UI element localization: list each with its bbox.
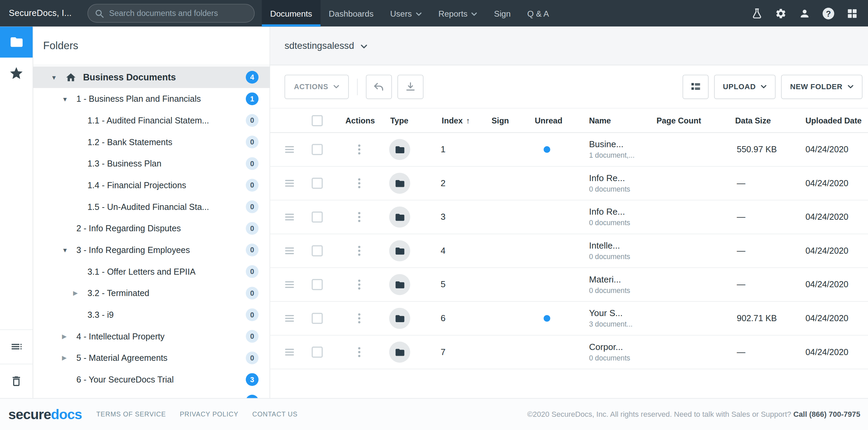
item-name-cell[interactable]: Materi...0 documents xyxy=(589,275,630,295)
caret-right-icon[interactable] xyxy=(62,333,76,340)
rail-index-button[interactable] xyxy=(0,329,33,364)
drag-handle[interactable] xyxy=(285,248,294,254)
col-page-count[interactable]: Page Count xyxy=(656,116,701,125)
col-actions[interactable]: Actions xyxy=(346,116,375,125)
row-checkbox[interactable] xyxy=(312,245,323,256)
footer-link-privacy-policy[interactable]: PRIVACY POLICY xyxy=(180,410,238,418)
gear-icon[interactable] xyxy=(775,7,787,19)
drag-handle[interactable] xyxy=(285,146,294,153)
folder-tree-item[interactable]: 1.2 - Bank Statements0 xyxy=(33,131,270,153)
tab-users[interactable]: Users xyxy=(382,0,430,26)
folder-type-icon xyxy=(389,139,410,160)
breadcrumb[interactable]: sdtestingsalessd xyxy=(284,40,354,51)
footer-link-terms-of-service[interactable]: TERMS OF SERVICE xyxy=(96,410,166,418)
drag-handle[interactable] xyxy=(285,180,294,187)
apps-grid-icon[interactable] xyxy=(846,7,858,19)
col-name[interactable]: Name xyxy=(589,116,611,125)
row-checkbox[interactable] xyxy=(312,313,323,324)
folder-label: 2 - Info Regarding Disputes xyxy=(76,223,181,233)
row-actions-menu[interactable] xyxy=(358,246,360,256)
drag-handle[interactable] xyxy=(285,349,294,356)
item-name[interactable]: Info Re... xyxy=(589,207,630,217)
new-folder-button[interactable]: NEW FOLDER xyxy=(781,75,863,99)
item-name-cell[interactable]: Corpor...0 documents xyxy=(589,342,630,362)
uploaded-date: 04/24/2020 xyxy=(806,212,849,222)
lab-flask-icon[interactable] xyxy=(751,7,763,19)
tab-q-a[interactable]: Q & A xyxy=(519,0,557,26)
item-name-cell[interactable]: Busine...1 document,... xyxy=(589,139,635,159)
caret-right-icon[interactable] xyxy=(73,290,87,297)
tab-documents[interactable]: Documents xyxy=(262,0,320,26)
drag-handle[interactable] xyxy=(285,214,294,220)
item-name[interactable]: Busine... xyxy=(589,139,635,149)
item-name-cell[interactable]: Intelle...0 documents xyxy=(589,241,630,261)
folder-tree-item[interactable]: 3.1 - Offer Letters and EPIIA0 xyxy=(33,261,270,282)
tab-sign[interactable]: Sign xyxy=(486,0,519,26)
caret-down-icon[interactable] xyxy=(62,247,76,253)
caret-down-icon[interactable] xyxy=(62,96,76,102)
folder-tree-item[interactable]: 3.3 - i90 xyxy=(33,304,270,326)
folder-tree-item[interactable]: 1.4 - Financial Projections0 xyxy=(33,174,270,196)
drag-handle[interactable] xyxy=(285,315,294,322)
row-actions-menu[interactable] xyxy=(358,313,360,323)
col-uploaded-date[interactable]: Uploaded Date xyxy=(806,116,862,125)
global-search[interactable] xyxy=(87,4,255,23)
row-actions-menu[interactable] xyxy=(358,347,360,357)
actions-button[interactable]: ACTIONS xyxy=(284,75,349,99)
folder-tree-item[interactable]: 1.1 - Audited Financial Statem...0 xyxy=(33,110,270,131)
search-input[interactable] xyxy=(109,9,248,18)
folder-tree-item[interactable]: 5 - Material Agreements0 xyxy=(33,347,270,369)
col-unread[interactable]: Unread xyxy=(535,116,563,125)
row-actions-menu[interactable] xyxy=(358,178,360,188)
row-checkbox[interactable] xyxy=(312,144,323,155)
folder-tree-item[interactable]: 1 - Business Plan and Financials1 xyxy=(33,88,270,110)
folder-tree-item[interactable] xyxy=(33,390,270,398)
folder-tree-item[interactable]: 1.3 - Business Plan0 xyxy=(33,153,270,175)
row-actions-menu[interactable] xyxy=(358,212,360,222)
download-button[interactable] xyxy=(397,75,423,99)
folder-tree-item[interactable]: 3 - Info Regarding Employees0 xyxy=(33,239,270,261)
col-type[interactable]: Type xyxy=(390,116,409,125)
col-data-size[interactable]: Data Size xyxy=(735,116,771,125)
view-toggle-button[interactable] xyxy=(683,75,709,99)
folder-tree-item[interactable]: 6 - Your SecureDocs Trial3 xyxy=(33,369,270,390)
caret-down-icon[interactable] xyxy=(51,74,65,81)
item-name[interactable]: Corpor... xyxy=(589,342,630,352)
folder-label: 1.1 - Audited Financial Statem... xyxy=(87,115,209,125)
folder-tree-item[interactable]: 1.5 - Un-Audited Financial Sta...0 xyxy=(33,196,270,218)
col-index[interactable]: Index↑ xyxy=(442,116,470,125)
rail-favorites-button[interactable] xyxy=(0,58,33,89)
help-icon[interactable] xyxy=(823,7,834,19)
tab-dashboards[interactable]: Dashboards xyxy=(320,0,382,26)
item-name[interactable]: Info Re... xyxy=(589,173,630,183)
folder-tree-item[interactable]: Business Documents4 xyxy=(33,66,270,88)
item-name[interactable]: Intelle... xyxy=(589,241,630,251)
folder-tree-item[interactable]: 3.2 - Terminated0 xyxy=(33,282,270,304)
caret-right-icon[interactable] xyxy=(62,354,76,361)
folder-tree-item[interactable]: 2 - Info Regarding Disputes0 xyxy=(33,218,270,239)
row-checkbox[interactable] xyxy=(312,212,323,223)
item-name[interactable]: Your S... xyxy=(589,308,633,318)
rail-folders-button[interactable] xyxy=(0,26,33,57)
upload-button[interactable]: UPLOAD xyxy=(714,75,776,99)
row-checkbox[interactable] xyxy=(312,279,323,290)
user-icon[interactable] xyxy=(799,7,810,19)
row-actions-menu[interactable] xyxy=(358,144,360,154)
chevron-down-icon[interactable] xyxy=(360,44,367,48)
toolbar-divider xyxy=(357,78,358,95)
row-checkbox[interactable] xyxy=(312,347,323,358)
rail-trash-button[interactable] xyxy=(0,364,33,398)
row-actions-menu[interactable] xyxy=(358,279,360,289)
footer-link-contact-us[interactable]: CONTACT US xyxy=(252,410,298,418)
col-sign[interactable]: Sign xyxy=(492,116,509,125)
drag-handle[interactable] xyxy=(285,281,294,288)
row-checkbox[interactable] xyxy=(312,178,323,189)
item-name-cell[interactable]: Your S...3 document... xyxy=(589,308,633,328)
select-all-checkbox[interactable] xyxy=(312,115,323,126)
undo-button[interactable] xyxy=(366,75,392,99)
item-name[interactable]: Materi... xyxy=(589,275,630,285)
item-name-cell[interactable]: Info Re...0 documents xyxy=(589,207,630,227)
item-name-cell[interactable]: Info Re...0 documents xyxy=(589,173,630,193)
tab-reports[interactable]: Reports xyxy=(430,0,486,26)
folder-tree-item[interactable]: 4 - Intellectual Property0 xyxy=(33,326,270,347)
